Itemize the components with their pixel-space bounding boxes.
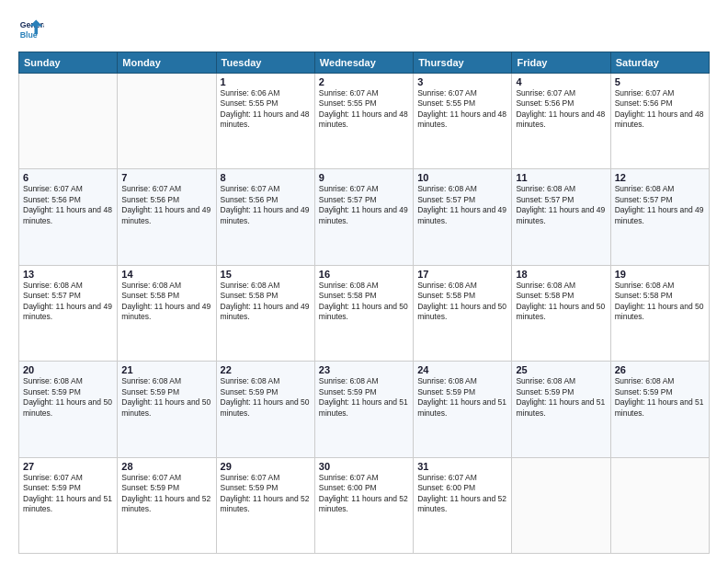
weekday-header-monday: Monday [118,52,216,74]
day-number: 2 [319,76,409,87]
day-info: Sunrise: 6:08 AM Sunset: 5:58 PM Dayligh… [516,281,606,323]
day-info: Sunrise: 6:08 AM Sunset: 5:57 PM Dayligh… [417,184,507,226]
weekday-header-tuesday: Tuesday [216,52,314,74]
day-number: 8 [221,172,311,183]
day-info: Sunrise: 6:08 AM Sunset: 5:58 PM Dayligh… [319,281,409,323]
day-info: Sunrise: 6:06 AM Sunset: 5:55 PM Dayligh… [221,88,311,131]
calendar-cell: 7Sunrise: 6:07 AM Sunset: 5:56 PM Daylig… [118,169,216,265]
day-info: Sunrise: 6:08 AM Sunset: 5:59 PM Dayligh… [23,376,113,419]
day-number: 6 [23,172,113,183]
calendar-cell: 6Sunrise: 6:07 AM Sunset: 5:56 PM Daylig… [19,169,118,265]
day-number: 27 [23,461,113,472]
calendar-table: SundayMondayTuesdayWednesdayThursdayFrid… [18,52,710,554]
day-number: 21 [121,364,211,375]
day-number: 24 [417,364,507,375]
calendar-week-5: 27Sunrise: 6:07 AM Sunset: 5:59 PM Dayli… [19,457,710,553]
logo-icon: General Blue [18,17,44,42]
day-info: Sunrise: 6:07 AM Sunset: 5:59 PM Dayligh… [121,473,211,515]
day-number: 31 [417,461,507,472]
calendar-cell: 8Sunrise: 6:07 AM Sunset: 5:56 PM Daylig… [216,169,314,265]
calendar-week-2: 6Sunrise: 6:07 AM Sunset: 5:56 PM Daylig… [19,169,710,265]
day-info: Sunrise: 6:08 AM Sunset: 5:57 PM Dayligh… [615,184,705,226]
weekday-header-saturday: Saturday [610,52,709,74]
calendar-cell: 28Sunrise: 6:07 AM Sunset: 5:59 PM Dayli… [118,457,216,553]
calendar-cell [512,457,610,553]
day-number: 9 [319,172,409,183]
day-info: Sunrise: 6:07 AM Sunset: 6:00 PM Dayligh… [319,473,409,515]
calendar-cell: 26Sunrise: 6:08 AM Sunset: 5:59 PM Dayli… [610,362,709,457]
day-number: 12 [615,172,705,183]
weekday-header-friday: Friday [512,52,610,74]
calendar-cell: 29Sunrise: 6:07 AM Sunset: 5:59 PM Dayli… [216,457,314,553]
calendar-cell: 19Sunrise: 6:08 AM Sunset: 5:58 PM Dayli… [610,265,709,361]
day-info: Sunrise: 6:08 AM Sunset: 5:58 PM Dayligh… [221,281,311,323]
day-number: 14 [121,269,211,280]
day-number: 23 [319,364,409,375]
day-number: 17 [417,269,507,280]
day-info: Sunrise: 6:07 AM Sunset: 5:55 PM Dayligh… [417,88,507,131]
day-number: 26 [615,364,705,375]
calendar-cell: 10Sunrise: 6:08 AM Sunset: 5:57 PM Dayli… [414,169,512,265]
day-info: Sunrise: 6:07 AM Sunset: 5:56 PM Dayligh… [516,88,606,131]
calendar-week-3: 13Sunrise: 6:08 AM Sunset: 5:57 PM Dayli… [19,265,710,361]
logo: General Blue [18,17,44,42]
day-number: 28 [121,461,211,472]
day-number: 10 [417,172,507,183]
calendar-cell: 27Sunrise: 6:07 AM Sunset: 5:59 PM Dayli… [19,457,118,553]
weekday-header-row: SundayMondayTuesdayWednesdayThursdayFrid… [19,52,710,74]
day-info: Sunrise: 6:08 AM Sunset: 5:59 PM Dayligh… [121,376,211,419]
day-number: 19 [615,269,705,280]
day-info: Sunrise: 6:08 AM Sunset: 5:59 PM Dayligh… [221,376,311,419]
day-info: Sunrise: 6:08 AM Sunset: 5:58 PM Dayligh… [417,281,507,323]
day-info: Sunrise: 6:08 AM Sunset: 5:59 PM Dayligh… [615,376,705,419]
day-number: 25 [516,364,606,375]
weekday-header-wednesday: Wednesday [314,52,413,74]
day-info: Sunrise: 6:07 AM Sunset: 5:57 PM Dayligh… [319,184,409,226]
day-number: 15 [221,269,311,280]
calendar-cell [118,74,216,169]
calendar-cell: 15Sunrise: 6:08 AM Sunset: 5:58 PM Dayli… [216,265,314,361]
day-number: 16 [319,269,409,280]
calendar-cell: 11Sunrise: 6:08 AM Sunset: 5:57 PM Dayli… [512,169,610,265]
day-number: 29 [221,461,311,472]
calendar-cell [610,457,709,553]
day-info: Sunrise: 6:08 AM Sunset: 5:58 PM Dayligh… [615,281,705,323]
day-info: Sunrise: 6:08 AM Sunset: 5:59 PM Dayligh… [417,376,507,419]
day-number: 30 [319,461,409,472]
day-number: 11 [516,172,606,183]
calendar-cell: 18Sunrise: 6:08 AM Sunset: 5:58 PM Dayli… [512,265,610,361]
day-number: 1 [221,76,311,87]
calendar-cell: 25Sunrise: 6:08 AM Sunset: 5:59 PM Dayli… [512,362,610,457]
day-info: Sunrise: 6:08 AM Sunset: 5:59 PM Dayligh… [516,376,606,419]
calendar-cell: 5Sunrise: 6:07 AM Sunset: 5:56 PM Daylig… [610,74,709,169]
calendar-cell: 16Sunrise: 6:08 AM Sunset: 5:58 PM Dayli… [314,265,413,361]
calendar-cell: 20Sunrise: 6:08 AM Sunset: 5:59 PM Dayli… [19,362,118,457]
day-number: 13 [23,269,113,280]
day-info: Sunrise: 6:08 AM Sunset: 5:57 PM Dayligh… [516,184,606,226]
day-info: Sunrise: 6:07 AM Sunset: 5:55 PM Dayligh… [319,88,409,131]
calendar-cell: 1Sunrise: 6:06 AM Sunset: 5:55 PM Daylig… [216,74,314,169]
day-info: Sunrise: 6:07 AM Sunset: 5:56 PM Dayligh… [615,88,705,131]
day-number: 22 [221,364,311,375]
day-info: Sunrise: 6:07 AM Sunset: 5:56 PM Dayligh… [121,184,211,226]
calendar-cell: 14Sunrise: 6:08 AM Sunset: 5:58 PM Dayli… [118,265,216,361]
page-header: General Blue [18,17,710,42]
calendar-cell: 12Sunrise: 6:08 AM Sunset: 5:57 PM Dayli… [610,169,709,265]
day-info: Sunrise: 6:07 AM Sunset: 6:00 PM Dayligh… [417,473,507,515]
day-number: 4 [516,76,606,87]
calendar-cell: 4Sunrise: 6:07 AM Sunset: 5:56 PM Daylig… [512,74,610,169]
calendar-cell: 24Sunrise: 6:08 AM Sunset: 5:59 PM Dayli… [414,362,512,457]
calendar-cell: 21Sunrise: 6:08 AM Sunset: 5:59 PM Dayli… [118,362,216,457]
calendar-cell: 17Sunrise: 6:08 AM Sunset: 5:58 PM Dayli… [414,265,512,361]
day-info: Sunrise: 6:08 AM Sunset: 5:57 PM Dayligh… [23,281,113,323]
calendar-cell: 22Sunrise: 6:08 AM Sunset: 5:59 PM Dayli… [216,362,314,457]
calendar-cell: 31Sunrise: 6:07 AM Sunset: 6:00 PM Dayli… [414,457,512,553]
calendar-week-4: 20Sunrise: 6:08 AM Sunset: 5:59 PM Dayli… [19,362,710,457]
calendar-week-1: 1Sunrise: 6:06 AM Sunset: 5:55 PM Daylig… [19,74,710,169]
day-info: Sunrise: 6:07 AM Sunset: 5:56 PM Dayligh… [221,184,311,226]
weekday-header-thursday: Thursday [414,52,512,74]
calendar-cell: 13Sunrise: 6:08 AM Sunset: 5:57 PM Dayli… [19,265,118,361]
calendar-cell: 9Sunrise: 6:07 AM Sunset: 5:57 PM Daylig… [314,169,413,265]
weekday-header-sunday: Sunday [19,52,118,74]
day-info: Sunrise: 6:07 AM Sunset: 5:59 PM Dayligh… [23,473,113,515]
